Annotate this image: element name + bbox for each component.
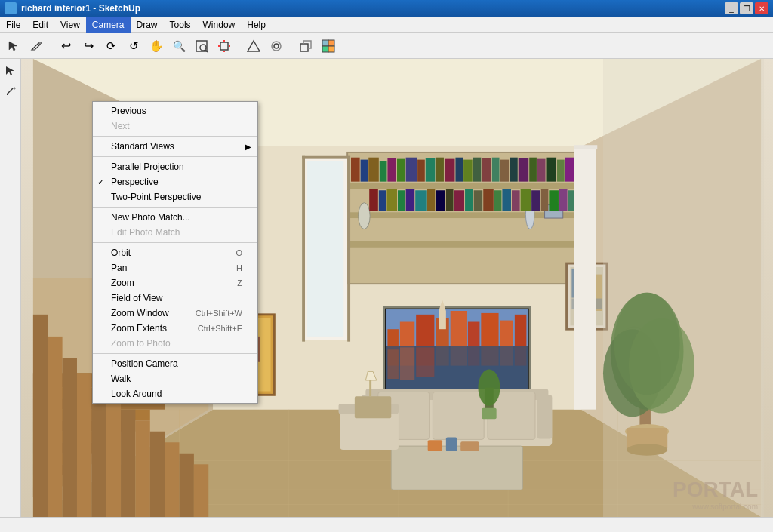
minimize-button[interactable]: _ [725, 2, 738, 14]
separator-nav [93, 242, 257, 243]
menu-view[interactable]: View [54, 17, 86, 33]
svg-point-10 [274, 44, 279, 48]
menu-field-of-view[interactable]: Field of View [93, 291, 257, 306]
menu-file[interactable]: File [0, 17, 26, 33]
sidebar-pencil[interactable] [2, 81, 20, 100]
menu-perspective[interactable]: Perspective [93, 174, 257, 189]
separator-2 [239, 37, 239, 55]
restore-button[interactable]: ❐ [740, 2, 753, 14]
close-button[interactable]: ✕ [755, 2, 768, 14]
menu-zoom[interactable]: Zoom Z [93, 275, 257, 291]
main-area: Previous Next Standard Views ▶ Parallel … [0, 59, 773, 517]
menu-two-point[interactable]: Two-Point Perspective [93, 189, 257, 204]
svg-point-91 [359, 203, 370, 229]
svg-rect-99 [415, 190, 427, 211]
svg-rect-76 [445, 159, 455, 182]
tool-zoom-window[interactable] [191, 35, 212, 57]
svg-rect-105 [474, 190, 483, 211]
menu-pan[interactable]: Pan H [93, 260, 257, 275]
svg-rect-79 [473, 158, 482, 182]
tool-pan[interactable]: ✋ [146, 35, 167, 57]
separator-camera-tools [93, 353, 257, 354]
sidebar-select[interactable] [2, 62, 20, 80]
svg-rect-54 [180, 454, 194, 517]
svg-rect-89 [565, 158, 574, 182]
svg-rect-114 [559, 189, 568, 211]
tool-zoom-in[interactable]: 🔍 [168, 35, 189, 57]
tool-component[interactable] [295, 35, 316, 57]
svg-point-1 [200, 45, 206, 51]
separator-3 [291, 37, 291, 55]
svg-rect-120 [347, 156, 350, 342]
svg-rect-77 [455, 158, 463, 182]
menu-window[interactable]: Window [197, 17, 242, 33]
tool-undo[interactable]: ↩ [55, 35, 76, 57]
separator-photo [93, 207, 257, 208]
camera-menu: Previous Next Standard Views ▶ Parallel … [92, 101, 258, 404]
svg-rect-146 [439, 311, 446, 329]
svg-rect-88 [557, 160, 565, 182]
separator-proj [93, 156, 257, 157]
tool-orbit[interactable]: ↺ [123, 35, 144, 57]
menu-edit[interactable]: Edit [26, 17, 54, 33]
svg-rect-145 [416, 347, 434, 377]
tool-walk[interactable] [243, 35, 264, 57]
svg-rect-153 [433, 392, 484, 439]
svg-rect-13 [328, 40, 334, 46]
zoom-window-shortcut: Ctrl+Shift+W [196, 309, 242, 318]
svg-rect-14 [322, 46, 328, 52]
svg-rect-143 [387, 349, 399, 379]
svg-rect-175 [574, 146, 596, 410]
menu-draw[interactable]: Draw [131, 17, 164, 33]
menu-walk[interactable]: Walk [93, 371, 257, 386]
menu-previous[interactable]: Previous [93, 103, 257, 118]
svg-rect-66 [351, 158, 360, 182]
menu-zoom-extents[interactable]: Zoom Extents Ctrl+Shift+E [93, 321, 257, 336]
menu-position-camera[interactable]: Position Camera [93, 356, 257, 371]
svg-rect-11 [300, 44, 308, 51]
svg-rect-96 [386, 189, 397, 211]
svg-rect-68 [368, 158, 379, 182]
menu-camera[interactable]: Camera [86, 17, 131, 33]
svg-rect-46 [63, 358, 77, 517]
svg-rect-3 [220, 42, 228, 50]
svg-rect-104 [465, 189, 473, 211]
svg-rect-98 [406, 189, 415, 211]
viewport[interactable]: Previous Next Standard Views ▶ Parallel … [21, 59, 773, 517]
menu-help[interactable]: Help [241, 17, 272, 33]
svg-rect-144 [400, 347, 414, 380]
svg-rect-84 [519, 158, 529, 182]
tool-look[interactable] [266, 35, 287, 57]
menu-orbit[interactable]: Orbit O [93, 245, 257, 260]
tool-select[interactable] [3, 35, 24, 57]
svg-rect-83 [510, 158, 518, 182]
tool-pencil[interactable] [26, 35, 47, 57]
tool-zoom-extents[interactable] [214, 35, 235, 57]
svg-rect-12 [322, 40, 328, 46]
menu-zoom-window[interactable]: Zoom Window Ctrl+Shift+W [93, 306, 257, 321]
svg-rect-15 [328, 46, 334, 52]
svg-rect-173 [446, 437, 457, 451]
menu-look-around[interactable]: Look Around [93, 386, 257, 401]
svg-rect-118 [307, 161, 343, 337]
svg-rect-82 [500, 160, 510, 182]
svg-rect-177 [603, 59, 764, 517]
svg-rect-81 [492, 158, 500, 182]
svg-rect-52 [150, 432, 165, 517]
left-sidebar [0, 59, 21, 517]
orbit-shortcut: O [236, 248, 242, 257]
menu-new-photo-match[interactable]: New Photo Match... [93, 210, 257, 225]
menu-tools[interactable]: Tools [164, 17, 197, 33]
svg-rect-75 [436, 158, 444, 182]
tool-paint[interactable] [318, 35, 339, 57]
tool-rotate[interactable]: ⟳ [100, 35, 122, 57]
menu-edit-photo-match: Edit Photo Match [93, 225, 257, 240]
svg-rect-108 [502, 189, 511, 211]
menu-standard-views[interactable]: Standard Views ▶ [93, 139, 257, 154]
svg-rect-63 [347, 183, 581, 189]
tool-redo[interactable]: ↪ [78, 35, 99, 57]
menu-next: Next [93, 118, 257, 134]
svg-rect-45 [48, 337, 62, 517]
svg-rect-78 [463, 160, 473, 182]
menu-parallel-projection[interactable]: Parallel Projection [93, 159, 257, 174]
